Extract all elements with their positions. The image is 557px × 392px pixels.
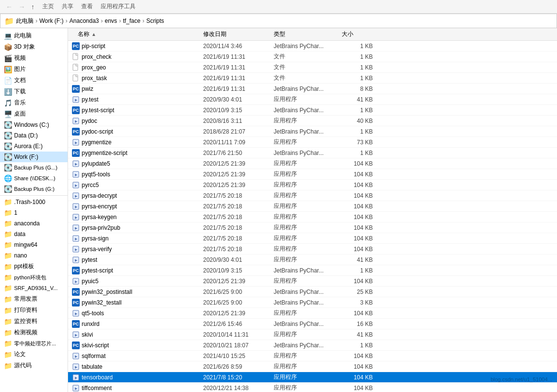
file-name: pyqt5-tools [82, 171, 110, 178]
sidebar-item-nano[interactable]: 📁 nano [0, 250, 68, 261]
col-name-header[interactable]: 名称 ▲ [68, 30, 199, 38]
table-row[interactable]: ▶ py.test 2020/9/30 4:01 应用程序 41 KB [68, 94, 557, 105]
sidebar-item-computer[interactable]: 💻 此电脑 [0, 30, 68, 41]
sidebar-label-drive-d: Data (D:) [14, 132, 38, 139]
table-row[interactable]: ▶ pyrsa-sign 2021/7/5 20:18 应用程序 104 KB [68, 233, 557, 244]
sidebar-label-print: 打印资料 [14, 306, 37, 314]
sidebar-item-srf[interactable]: 📁 SRF_AD9361_V... [0, 283, 68, 293]
sidebar-item-mingw64[interactable]: 📁 mingw64 [0, 239, 68, 250]
col-size-header[interactable]: 大小 [338, 30, 377, 38]
sidebar-item-print[interactable]: 📁 打印资料 [0, 305, 68, 316]
sidebar-item-monitor[interactable]: 📁 监控资料 [0, 316, 68, 327]
table-row[interactable]: ▶ sqlformat 2021/4/10 15:25 应用程序 104 KB [68, 351, 557, 361]
table-row[interactable]: PC skivi-script 2020/10/21 18:07 JetBrai… [68, 340, 557, 351]
file-date-cell: 2021/7/5 20:18 [199, 203, 270, 210]
download-icon: ⬇️ [4, 88, 12, 96]
table-row[interactable]: PC pygmentize-script 2021/7/6 21:50 JetB… [68, 148, 557, 158]
file-date-cell: 2021/6/25 9:00 [199, 289, 270, 295]
table-row[interactable]: PC pydoc-script 2018/6/28 21:07 JetBrain… [68, 126, 557, 137]
table-row[interactable]: ▶ pydoc 2020/8/16 3:11 应用程序 40 KB [68, 116, 557, 126]
table-row[interactable]: ▶ pyrsa-keygen 2021/7/5 20:18 应用程序 104 K… [68, 212, 557, 222]
sidebar-item-thesis[interactable]: 📁 论文 [0, 349, 68, 360]
table-row[interactable]: ▶ tiffcomment 2020/12/21 14:38 应用程序 104 … [68, 383, 557, 392]
up-button[interactable]: ↑ [29, 2, 36, 12]
forward-button[interactable]: → [17, 2, 27, 12]
sidebar-item-ppt[interactable]: 📁 ppt模板 [0, 261, 68, 272]
breadcrumb-anaconda3[interactable]: Anaconda3 [70, 17, 99, 24]
table-row[interactable]: PC pytest-script 2020/10/9 3:15 JetBrain… [68, 265, 557, 276]
sidebar-item-download[interactable]: ⬇️ 下载 [0, 86, 68, 97]
sidebar-item-drive-e[interactable]: 💽 Aurora (E:) [0, 141, 68, 152]
table-row[interactable]: ▶ tabulate 2021/6/26 8:59 应用程序 104 KB [68, 361, 557, 372]
col-date-header[interactable]: 修改日期 [199, 30, 270, 38]
sidebar-item-detection[interactable]: 📁 检测视频 [0, 327, 68, 338]
back-button[interactable]: ← [4, 2, 15, 12]
computer-icon: 💻 [4, 32, 12, 40]
sidebar-item-anaconda[interactable]: 📁 anaconda [0, 218, 68, 229]
table-row[interactable]: ▶ pyrsa-decrypt 2021/7/5 20:18 应用程序 104 … [68, 190, 557, 201]
sidebar-item-music[interactable]: 🎵 音乐 [0, 97, 68, 108]
col-type-header[interactable]: 类型 [270, 30, 338, 38]
sidebar-item-share[interactable]: 🌐 Share (\\DESK...) [0, 173, 68, 184]
table-row[interactable]: PC py.test-script 2020/10/9 3:15 JetBrai… [68, 105, 557, 116]
table-row[interactable]: ▶ pyrsa-verify 2021/7/5 20:18 应用程序 104 K… [68, 244, 557, 255]
file-date-cell: 2021/7/5 20:18 [199, 224, 270, 231]
tab-view[interactable]: 查看 [81, 2, 93, 11]
table-row[interactable]: ▶ qt5-tools 2020/12/5 21:39 应用程序 104 KB [68, 308, 557, 319]
sidebar-item-3d[interactable]: 📦 3D 对象 [0, 41, 68, 52]
table-row[interactable]: PC pywin32_postinstall 2021/6/25 9:00 Je… [68, 287, 557, 297]
breadcrumb-tf-face[interactable]: tf_face [123, 17, 140, 24]
sidebar-item-invoice[interactable]: 📁 常用发票 [0, 293, 68, 305]
table-row[interactable]: PC pywin32_testall 2021/6/25 9:00 JetBra… [68, 297, 557, 308]
sidebar-item-backup-g1[interactable]: 💽 Backup Plus (G...) [0, 162, 68, 173]
sidebar-label-monitor: 监控资料 [14, 317, 37, 325]
file-date-cell: 2021/7/5 20:18 [199, 192, 270, 199]
sidebar-item-video[interactable]: 🎬 视频 [0, 52, 68, 64]
file-name-cell: ▶ tabulate [68, 363, 199, 371]
breadcrumb-scripts[interactable]: Scripts [146, 17, 164, 24]
col-type-label: 类型 [274, 31, 285, 37]
table-row[interactable]: ▶ skivi 2020/10/14 11:31 应用程序 41 KB [68, 329, 557, 340]
table-row[interactable]: ▶ pygmentize 2020/11/11 7:09 应用程序 73 KB [68, 137, 557, 148]
sidebar-item-source[interactable]: 📁 源代码 [0, 360, 68, 371]
table-row[interactable]: ▶ pylupdate5 2020/12/5 21:39 应用程序 104 KB [68, 158, 557, 169]
sidebar-item-if[interactable]: 📁 零中频处理芯片... [0, 338, 68, 349]
tab-share[interactable]: 共享 [62, 2, 73, 11]
table-row[interactable]: prox_task 2021/6/19 11:31 文件 1 KB [68, 73, 557, 84]
sidebar-item-document[interactable]: 📄 文档 [0, 75, 68, 86]
sidebar-item-trash[interactable]: 📁 .Trash-1000 [0, 197, 68, 207]
table-row[interactable]: ▶ tensorboard 2021/7/8 15:20 应用程序 104 KB [68, 372, 557, 383]
tab-home[interactable]: 主页 [42, 2, 54, 11]
table-row[interactable]: prox_check 2021/6/19 11:31 文件 1 KB [68, 51, 557, 62]
table-row[interactable]: ▶ pyrcc5 2020/12/5 21:39 应用程序 104 KB [68, 180, 557, 190]
sidebar-label-nano: nano [14, 252, 27, 259]
table-row[interactable]: ▶ pyrsa-encrypt 2021/7/5 20:18 应用程序 104 … [68, 201, 557, 212]
address-bar: 📁 此电脑 › Work (F:) › Anaconda3 › envs › t… [0, 14, 557, 28]
table-row[interactable]: PC runxlrd 2021/2/6 15:46 JetBrains PyCh… [68, 319, 557, 329]
sidebar-item-picture[interactable]: 🖼️ 图片 [0, 64, 68, 75]
sidebar-item-desktop[interactable]: 🖥️ 桌面 [0, 108, 68, 119]
sidebar-item-drive-c[interactable]: 💽 Windows (C:) [0, 119, 68, 130]
breadcrumb-envs[interactable]: envs [105, 17, 117, 24]
table-row[interactable]: PC pip-script 2020/11/4 3:46 JetBrains P… [68, 41, 557, 51]
breadcrumb-work[interactable]: Work (F:) [39, 17, 64, 24]
sidebar-item-drive-d[interactable]: 💽 Data (D:) [0, 130, 68, 141]
sidebar-item-drive-f[interactable]: 💽 Work (F:) [0, 152, 68, 162]
tab-app-tools[interactable]: 应用程序工具 [101, 2, 136, 11]
table-row[interactable]: ▶ pyrsa-priv2pub 2021/7/5 20:18 应用程序 104… [68, 222, 557, 233]
sidebar-item-data[interactable]: 📁 data [0, 229, 68, 239]
file-type-cell: 应用程序 [270, 170, 338, 178]
table-row[interactable]: prox_geo 2021/6/19 11:31 文件 1 KB [68, 62, 557, 73]
app-icon: ▶ [72, 277, 80, 285]
file-type-cell: 应用程序 [270, 277, 338, 285]
file-type-cell: JetBrains PyChar... [270, 289, 338, 295]
table-row[interactable]: ▶ pytest 2020/9/30 4:01 应用程序 41 KB [68, 255, 557, 265]
sidebar-item-python-env[interactable]: 📁 python环境包 [0, 272, 68, 283]
table-row[interactable]: ▶ pyqt5-tools 2020/12/5 21:39 应用程序 104 K… [68, 169, 557, 180]
breadcrumb-computer[interactable]: 此电脑 [16, 17, 34, 25]
table-row[interactable]: PC pwiz 2021/6/19 11:31 JetBrains PyChar… [68, 84, 557, 94]
sidebar-item-1[interactable]: 📁 1 [0, 207, 68, 218]
app-icon: ▶ [72, 170, 80, 178]
sidebar-item-backup-g2[interactable]: 💽 Backup Plus (G:) [0, 184, 68, 194]
table-row[interactable]: ▶ pyuic5 2020/12/5 21:39 应用程序 104 KB [68, 276, 557, 287]
